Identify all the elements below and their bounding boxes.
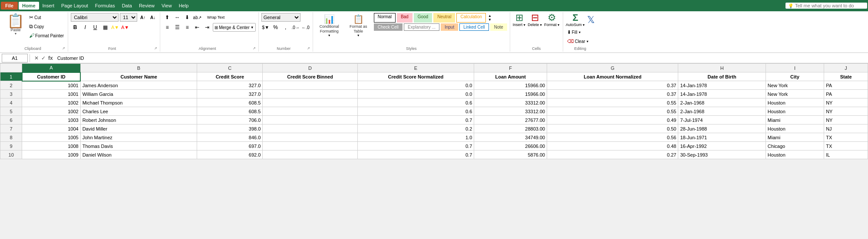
- autosum-button[interactable]: Σ AutoSum ▼: [566, 13, 585, 27]
- table-cell[interactable]: 18-Jun-1971: [678, 133, 766, 142]
- table-cell[interactable]: James Anderson: [80, 81, 197, 90]
- table-cell[interactable]: 14-Jan-1978: [678, 90, 766, 98]
- table-cell[interactable]: 28-Jun-1988: [678, 124, 766, 133]
- table-cell[interactable]: 0.37: [547, 90, 678, 98]
- paste-dropdown[interactable]: ▼: [14, 32, 17, 35]
- formula-input[interactable]: [56, 56, 866, 61]
- delete-dropdown[interactable]: ▼: [539, 23, 542, 26]
- table-cell[interactable]: [263, 124, 357, 133]
- table-cell[interactable]: NY: [824, 107, 868, 116]
- align-left-btn[interactable]: ≡: [163, 23, 172, 32]
- angle-text-btn[interactable]: ab↗: [193, 13, 201, 22]
- table-cell[interactable]: 1004: [22, 124, 80, 133]
- table-cell[interactable]: John Martinez: [80, 133, 197, 142]
- style-input[interactable]: Input: [441, 23, 458, 31]
- align-right-btn[interactable]: ≡: [183, 23, 191, 32]
- col-header-a[interactable]: A: [22, 64, 80, 72]
- table-cell[interactable]: 34749.00: [474, 133, 547, 142]
- style-neutral[interactable]: Neutral: [433, 13, 455, 23]
- table-cell[interactable]: 27677.00: [474, 116, 547, 124]
- table-cell[interactable]: 2-Jan-1968: [678, 107, 766, 116]
- font-size-select[interactable]: 11: [120, 13, 137, 22]
- cond-format-dropdown[interactable]: ▼: [328, 34, 331, 37]
- decrease-decimal-btn[interactable]: ←.0: [301, 23, 310, 32]
- style-bad[interactable]: Bad: [397, 13, 413, 23]
- alignment-expand[interactable]: ↗: [253, 46, 256, 50]
- merge-center-btn[interactable]: ⊞ Merge & Center ▼: [213, 23, 256, 32]
- table-cell[interactable]: 697.0: [197, 142, 263, 151]
- cell-j1[interactable]: State: [824, 72, 868, 81]
- decrease-indent-btn[interactable]: ⇤: [193, 23, 201, 32]
- table-cell[interactable]: 0.2: [357, 124, 474, 133]
- row-header-10[interactable]: 10: [0, 151, 22, 159]
- table-cell[interactable]: 0.7: [357, 151, 474, 159]
- merge-dropdown[interactable]: ▼: [251, 26, 254, 29]
- insert-dropdown[interactable]: ▼: [523, 23, 526, 26]
- decrease-font-btn[interactable]: A↓: [149, 13, 157, 22]
- menu-file[interactable]: File: [1, 2, 18, 10]
- font-expand[interactable]: ↗: [154, 46, 157, 50]
- cell-b1[interactable]: Customer Name: [80, 72, 197, 81]
- table-cell[interactable]: PA: [824, 90, 868, 98]
- percent-btn[interactable]: %: [271, 23, 280, 32]
- border-button[interactable]: ▦: [101, 23, 109, 32]
- table-cell[interactable]: 0.49: [547, 116, 678, 124]
- table-cell[interactable]: David Miller: [80, 124, 197, 133]
- menu-view[interactable]: View: [158, 2, 175, 10]
- table-cell[interactable]: [263, 90, 357, 98]
- cancel-formula-icon[interactable]: ✕: [33, 54, 40, 62]
- table-cell[interactable]: TX: [824, 142, 868, 151]
- table-cell[interactable]: 1002: [22, 98, 80, 107]
- table-cell[interactable]: IL: [824, 151, 868, 159]
- number-format-select[interactable]: General: [261, 13, 300, 22]
- styles-scroll[interactable]: ▲ ▼: [487, 13, 492, 23]
- format-dropdown[interactable]: ▼: [557, 23, 560, 26]
- table-cell[interactable]: [263, 116, 357, 124]
- format-table-dropdown[interactable]: ▼: [357, 34, 360, 37]
- tell-me-input[interactable]: [795, 3, 865, 8]
- col-header-g[interactable]: G: [547, 64, 678, 72]
- row-header-2[interactable]: 2: [0, 81, 22, 90]
- cell-a1[interactable]: Customer ID: [22, 72, 80, 81]
- cell-h1[interactable]: Date of Birth: [678, 72, 766, 81]
- table-cell[interactable]: Miami: [766, 133, 824, 142]
- table-cell[interactable]: [263, 133, 357, 142]
- table-cell[interactable]: 327.0: [197, 81, 263, 90]
- menu-review[interactable]: Review: [135, 2, 158, 10]
- table-cell[interactable]: 0.55: [547, 98, 678, 107]
- table-cell[interactable]: Charles Lee: [80, 107, 197, 116]
- table-cell[interactable]: 327.0: [197, 90, 263, 98]
- cut-button[interactable]: ✂ Cut: [28, 13, 65, 22]
- table-cell[interactable]: 608.5: [197, 107, 263, 116]
- row-header-7[interactable]: 7: [0, 124, 22, 133]
- style-check-cell[interactable]: Check Cell: [374, 23, 403, 31]
- table-cell[interactable]: Michael Thompson: [80, 98, 197, 107]
- table-cell[interactable]: Thomas Davis: [80, 142, 197, 151]
- table-cell[interactable]: [263, 81, 357, 90]
- row-header-3[interactable]: 3: [0, 90, 22, 98]
- table-cell[interactable]: NJ: [824, 124, 868, 133]
- table-cell[interactable]: 1005: [22, 133, 80, 142]
- col-header-b[interactable]: B: [80, 64, 197, 72]
- style-calculation[interactable]: Calculation: [456, 13, 485, 23]
- table-cell[interactable]: 0.0: [357, 90, 474, 98]
- table-cell[interactable]: 33312.00: [474, 107, 547, 116]
- table-cell[interactable]: 0.6: [357, 107, 474, 116]
- row-header-9[interactable]: 9: [0, 142, 22, 151]
- style-explanatory[interactable]: Explanatory ...: [404, 23, 439, 31]
- row-header-6[interactable]: 6: [0, 116, 22, 124]
- table-cell[interactable]: 1002: [22, 107, 80, 116]
- cell-i1[interactable]: City: [766, 72, 824, 81]
- table-cell[interactable]: 14-Jan-1978: [678, 81, 766, 90]
- col-header-f[interactable]: F: [474, 64, 547, 72]
- table-cell[interactable]: 398.0: [197, 124, 263, 133]
- table-cell[interactable]: 16-Apr-1992: [678, 142, 766, 151]
- table-cell[interactable]: William Garcia: [80, 90, 197, 98]
- style-good[interactable]: Good: [414, 13, 432, 23]
- table-cell[interactable]: Houston: [766, 98, 824, 107]
- table-cell[interactable]: [263, 98, 357, 107]
- row-header-5[interactable]: 5: [0, 107, 22, 116]
- increase-decimal-btn[interactable]: .0→: [291, 23, 300, 32]
- cell-c1[interactable]: Credit Score: [197, 72, 263, 81]
- menu-insert[interactable]: Insert: [39, 2, 58, 10]
